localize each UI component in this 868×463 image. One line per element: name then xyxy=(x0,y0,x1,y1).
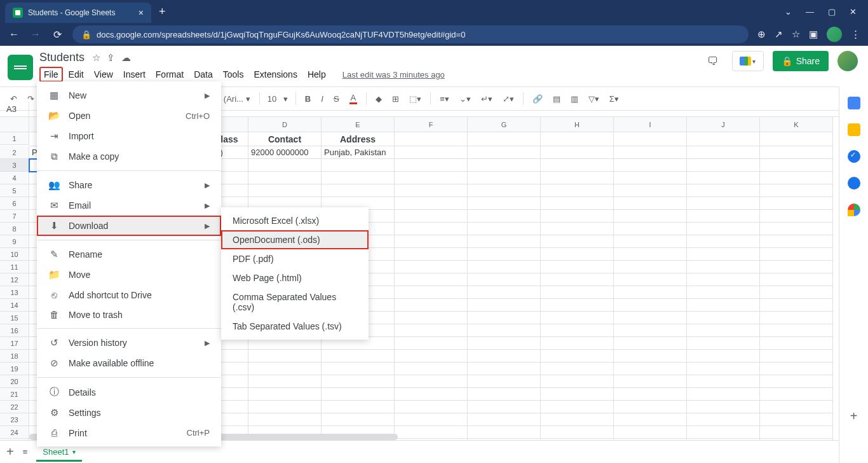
cell[interactable] xyxy=(468,172,541,184)
cell[interactable] xyxy=(322,350,395,363)
cell[interactable] xyxy=(687,286,760,299)
download-csv[interactable]: Comma Separated Values (.csv) xyxy=(221,287,369,317)
contacts-icon[interactable] xyxy=(848,177,860,190)
kebab-menu-icon[interactable]: ⋮ xyxy=(851,29,860,40)
menu-add-shortcut[interactable]: ⎋Add shortcut to Drive xyxy=(37,285,221,305)
col-header[interactable]: K xyxy=(760,117,833,132)
cell[interactable] xyxy=(395,413,468,426)
menu-trash[interactable]: 🗑Move to trash xyxy=(37,305,221,324)
account-avatar[interactable] xyxy=(837,51,858,71)
cell[interactable] xyxy=(468,223,541,235)
cell[interactable] xyxy=(541,426,614,439)
cell[interactable] xyxy=(541,299,614,312)
row-header[interactable]: 18 xyxy=(0,350,29,363)
keep-icon[interactable] xyxy=(848,123,860,136)
cell[interactable] xyxy=(760,235,833,248)
cell[interactable] xyxy=(614,388,687,401)
menu-version-history[interactable]: ↺Version history▶ xyxy=(37,333,221,353)
cell[interactable] xyxy=(395,350,468,363)
cell[interactable] xyxy=(248,184,322,197)
cell[interactable] xyxy=(760,184,833,197)
menu-details[interactable]: ⓘDetails xyxy=(37,382,221,403)
col-header[interactable]: I xyxy=(614,117,687,132)
row-header[interactable]: 2 xyxy=(0,146,29,159)
cell[interactable] xyxy=(468,184,541,197)
cell[interactable] xyxy=(687,299,760,312)
cell[interactable] xyxy=(248,388,322,401)
cell[interactable]: Address xyxy=(322,132,395,146)
row-header[interactable]: 17 xyxy=(0,337,29,350)
cell[interactable] xyxy=(395,299,468,312)
cell[interactable] xyxy=(760,388,833,401)
cell[interactable] xyxy=(614,132,687,146)
cell[interactable] xyxy=(614,426,687,439)
share-button[interactable]: 🔒Share xyxy=(773,51,829,71)
cell[interactable] xyxy=(468,146,541,159)
cell[interactable] xyxy=(468,132,541,146)
cell[interactable] xyxy=(322,159,395,172)
cell[interactable] xyxy=(687,261,760,273)
row-header[interactable]: 12 xyxy=(0,273,29,286)
add-ons-button[interactable]: + xyxy=(850,409,858,424)
cell[interactable] xyxy=(760,426,833,439)
row-header[interactable]: 19 xyxy=(0,363,29,375)
cell[interactable] xyxy=(395,172,468,184)
cell[interactable] xyxy=(760,273,833,286)
cell[interactable] xyxy=(614,324,687,337)
cell[interactable] xyxy=(395,401,468,413)
cell[interactable]: 92000 0000000 xyxy=(248,146,322,159)
cell[interactable] xyxy=(468,413,541,426)
cell[interactable] xyxy=(248,159,322,172)
cell[interactable] xyxy=(248,172,322,184)
cell[interactable] xyxy=(541,401,614,413)
profile-avatar[interactable] xyxy=(827,27,842,42)
cell[interactable] xyxy=(468,261,541,273)
cell[interactable] xyxy=(760,286,833,299)
back-button[interactable]: ← xyxy=(8,29,20,40)
close-window-icon[interactable]: ✕ xyxy=(850,7,857,17)
cell[interactable] xyxy=(541,375,614,388)
doc-title[interactable]: Students xyxy=(39,51,85,64)
cell[interactable] xyxy=(395,159,468,172)
cell[interactable] xyxy=(541,312,614,324)
cell[interactable] xyxy=(687,426,760,439)
cell[interactable] xyxy=(687,324,760,337)
row-header[interactable]: 13 xyxy=(0,286,29,299)
cell[interactable] xyxy=(468,210,541,223)
cell[interactable] xyxy=(687,223,760,235)
cell[interactable] xyxy=(687,159,760,172)
cell[interactable] xyxy=(541,324,614,337)
cell[interactable] xyxy=(468,299,541,312)
menu-new[interactable]: ▦New▶ xyxy=(37,85,221,106)
cell[interactable] xyxy=(687,248,760,261)
row-header[interactable]: 20 xyxy=(0,375,29,388)
cell[interactable] xyxy=(322,413,395,426)
maps-icon[interactable] xyxy=(848,204,860,216)
col-header[interactable]: H xyxy=(541,117,614,132)
row-header[interactable]: 22 xyxy=(0,401,29,413)
download-html[interactable]: Web Page (.html) xyxy=(221,268,369,287)
cell[interactable] xyxy=(322,375,395,388)
cell[interactable] xyxy=(395,375,468,388)
cell[interactable] xyxy=(614,375,687,388)
cell[interactable] xyxy=(541,261,614,273)
cell[interactable] xyxy=(614,172,687,184)
cell[interactable] xyxy=(322,388,395,401)
meet-button[interactable]: ▾ xyxy=(732,51,764,71)
cell[interactable] xyxy=(760,299,833,312)
cell[interactable] xyxy=(614,286,687,299)
cloud-icon[interactable]: ☁ xyxy=(121,52,131,64)
cell[interactable] xyxy=(395,273,468,286)
cell[interactable] xyxy=(395,312,468,324)
star-icon[interactable]: ☆ xyxy=(92,52,100,64)
cell[interactable] xyxy=(322,184,395,197)
cell[interactable] xyxy=(468,388,541,401)
cell[interactable] xyxy=(468,286,541,299)
row-header[interactable]: 9 xyxy=(0,235,29,248)
cell[interactable] xyxy=(541,337,614,350)
cell[interactable] xyxy=(614,337,687,350)
menu-format[interactable]: Format xyxy=(151,67,188,82)
cell[interactable] xyxy=(687,210,760,223)
cell[interactable] xyxy=(395,235,468,248)
cell[interactable] xyxy=(760,375,833,388)
